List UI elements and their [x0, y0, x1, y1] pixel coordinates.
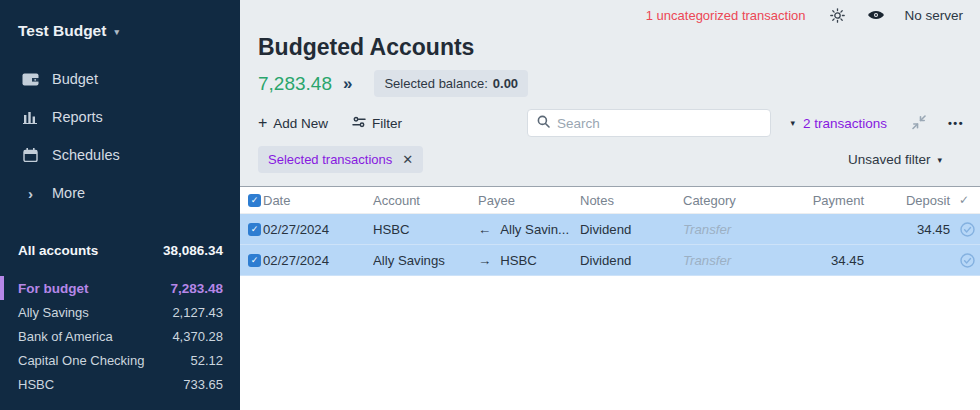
cleared-check-icon[interactable]	[954, 222, 980, 237]
caret-down-icon: ▾	[790, 118, 795, 128]
row-checkbox[interactable]: ✓	[248, 254, 261, 267]
sidebar-item-label: Schedules	[52, 147, 120, 163]
filter-button[interactable]: Filter	[352, 109, 402, 137]
add-new-button[interactable]: + Add New	[258, 109, 328, 137]
table-row: ✓ 02/27/2024 Ally Savings → HSBC Dividen…	[240, 245, 980, 276]
account-row-ally-savings[interactable]: Ally Savings 2,127.43	[0, 300, 240, 324]
chip-label: Selected transactions	[268, 152, 392, 167]
account-name: Ally Savings	[18, 305, 89, 320]
transactions-table: ✓ Date Account Payee Notes Category Paym…	[240, 186, 980, 410]
row-checkbox[interactable]: ✓	[248, 223, 261, 236]
privacy-eye-icon[interactable]	[867, 9, 885, 21]
filter-bar: Selected transactions ✕ Unsaved filter ▾	[240, 146, 980, 174]
toolbar: + Add New Filter ▾ 2 transactions	[240, 109, 980, 137]
expand-balance-icon[interactable]: »	[343, 74, 352, 94]
collapse-splits-icon[interactable]	[910, 114, 928, 135]
account-name: Bank of America	[18, 329, 113, 344]
category-cell[interactable]: Transfer	[683, 253, 804, 268]
account-cell[interactable]: Ally Savings	[373, 253, 478, 268]
notes-cell[interactable]: Dividend	[580, 222, 683, 237]
all-accounts-balance: 38,086.34	[163, 243, 223, 258]
account-name: HSBC	[18, 377, 54, 392]
search-box	[527, 109, 771, 137]
main-content: 1 uncategorized transaction No server Bu…	[240, 0, 980, 410]
filter-sliders-icon	[352, 116, 366, 131]
sidebar-item-schedules[interactable]: Schedules	[0, 136, 240, 174]
cleared-column-check-icon: ✓	[954, 193, 980, 207]
wallet-icon	[22, 73, 39, 86]
column-header-account: Account	[373, 193, 478, 208]
column-header-deposit: Deposit	[868, 193, 954, 208]
column-header-category: Category	[683, 193, 804, 208]
column-header-date: Date	[263, 193, 373, 208]
page-title: Budgeted Accounts	[258, 34, 474, 61]
account-row-for-budget[interactable]: For budget 7,283.48	[0, 276, 240, 300]
account-balance: 2,127.43	[172, 305, 223, 320]
transactions-count-label: 2 transactions	[803, 116, 887, 131]
transfer-arrow-icon: →	[478, 253, 491, 268]
sidebar-item-label: More	[52, 185, 85, 201]
plus-icon: +	[258, 115, 267, 131]
all-accounts-row[interactable]: All accounts 38,086.34	[0, 237, 240, 263]
payment-cell[interactable]: 34.45	[804, 253, 868, 268]
account-row-hsbc[interactable]: HSBC 733.65	[0, 372, 240, 396]
transfer-arrow-icon: ←	[478, 222, 491, 237]
account-name: Capital One Checking	[18, 353, 144, 368]
category-cell[interactable]: Transfer	[683, 222, 804, 237]
sidebar-item-label: Budget	[52, 71, 98, 87]
sidebar-item-more[interactable]: › More	[0, 174, 240, 212]
uncategorized-alert[interactable]: 1 uncategorized transaction	[646, 8, 806, 23]
dropdown-caret-icon: ▾	[114, 25, 119, 37]
caret-down-icon: ▾	[937, 155, 942, 165]
topbar: 1 uncategorized transaction No server	[646, 0, 980, 30]
select-all-checkbox[interactable]: ✓	[248, 194, 261, 207]
balance-row: 7,283.48 » Selected balance: 0.00	[258, 70, 528, 97]
add-new-label: Add New	[273, 116, 328, 131]
account-row-capital-one[interactable]: Capital One Checking 52.12	[0, 348, 240, 372]
search-input[interactable]	[557, 116, 761, 131]
total-balance[interactable]: 7,283.48	[258, 73, 332, 95]
accounts-list: All accounts 38,086.34 For budget 7,283.…	[0, 237, 240, 396]
check-icon: ✓	[251, 255, 259, 265]
server-status[interactable]: No server	[904, 8, 963, 23]
account-cell[interactable]: HSBC	[373, 222, 478, 237]
payee-name: Ally Savin...	[500, 222, 569, 237]
budget-name: Test Budget	[18, 22, 106, 40]
payee-cell[interactable]: → HSBC	[478, 253, 580, 268]
selected-balance-label: Selected balance:	[384, 76, 487, 91]
all-accounts-label: All accounts	[18, 243, 98, 258]
search-icon	[537, 114, 550, 132]
close-icon[interactable]: ✕	[402, 152, 413, 167]
chevron-right-icon: ›	[22, 186, 39, 201]
account-balance: 4,370.28	[172, 329, 223, 344]
sidebar: Test Budget ▾ Budget Reports Schedules	[0, 0, 240, 410]
account-balance: 52.12	[190, 353, 223, 368]
sidebar-item-label: Reports	[52, 109, 103, 125]
app-window: Test Budget ▾ Budget Reports Schedules	[0, 0, 980, 410]
account-row-bank-of-america[interactable]: Bank of America 4,370.28	[0, 324, 240, 348]
sidebar-nav: Budget Reports Schedules › More	[0, 60, 240, 212]
theme-toggle-sun-icon[interactable]	[830, 8, 845, 23]
date-cell[interactable]: 02/27/2024	[263, 253, 373, 268]
unsaved-filter-dropdown[interactable]: Unsaved filter ▾	[848, 146, 942, 173]
notes-cell[interactable]: Dividend	[580, 253, 683, 268]
table-row: ✓ 02/27/2024 HSBC ← Ally Savin... Divide…	[240, 214, 980, 245]
sidebar-item-budget[interactable]: Budget	[0, 60, 240, 98]
payee-cell[interactable]: ← Ally Savin...	[478, 222, 580, 237]
transactions-count-dropdown[interactable]: ▾ 2 transactions	[790, 109, 887, 137]
sidebar-item-reports[interactable]: Reports	[0, 98, 240, 136]
payee-name: HSBC	[500, 253, 537, 268]
budget-name-menu[interactable]: Test Budget ▾	[0, 0, 240, 40]
unsaved-filter-label: Unsaved filter	[848, 152, 931, 167]
date-cell[interactable]: 02/27/2024	[263, 222, 373, 237]
selected-transactions-chip[interactable]: Selected transactions ✕	[258, 146, 423, 173]
account-balance: 733.65	[183, 377, 223, 392]
more-options-icon[interactable]: •••	[948, 109, 964, 137]
cleared-check-icon[interactable]	[954, 253, 980, 268]
column-header-payment: Payment	[804, 193, 868, 208]
account-balance: 7,283.48	[170, 281, 223, 296]
deposit-cell[interactable]: 34.45	[868, 222, 954, 237]
check-icon: ✓	[251, 195, 259, 205]
selected-balance-value: 0.00	[493, 76, 518, 91]
account-name: For budget	[18, 281, 89, 296]
